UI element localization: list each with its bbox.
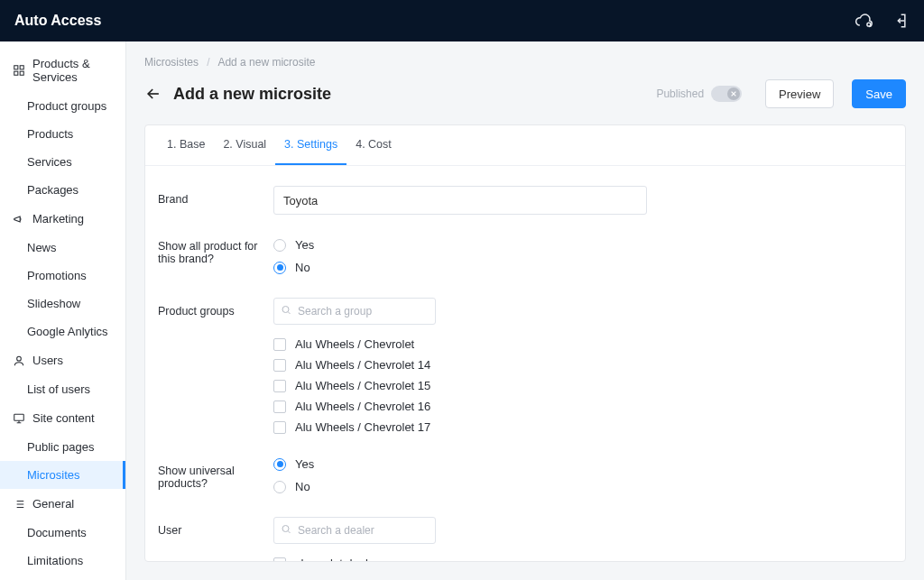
row-universal: Show universal products? YesNo (145, 457, 905, 493)
nav-item[interactable]: Slideshow (0, 290, 125, 318)
checkbox-option[interactable]: Alu Wheels / Chevrolet 16 (273, 400, 779, 413)
published-label: Published (656, 87, 704, 100)
svg-point-5 (17, 356, 22, 361)
nav-item[interactable]: Promotions (0, 262, 125, 290)
radio-label: No (295, 480, 310, 493)
checkbox-label: chevrolet dealer (295, 557, 379, 561)
tab[interactable]: 3. Settings (275, 125, 346, 165)
preview-button[interactable]: Preview (765, 79, 834, 108)
form-area: Brand Show all product for this brand? Y… (145, 166, 905, 561)
nav-item[interactable]: Google Anlytics (0, 318, 125, 345)
breadcrumb: Microsistes / Add a new microsite (126, 41, 924, 76)
svg-rect-4 (20, 71, 23, 75)
radio-option[interactable]: No (273, 261, 779, 274)
nav-group[interactable]: Products & Services (0, 49, 125, 92)
main-column: Microsistes / Add a new microsite Add a … (126, 41, 924, 580)
sidebar: Products & ServicesProduct groupsProduct… (0, 41, 126, 580)
checkbox-option[interactable]: Alu Wheels / Chevrolet 15 (273, 379, 779, 392)
nav-group[interactable]: Marketing (0, 204, 125, 234)
row-brand: Brand (145, 186, 905, 215)
brand-input[interactable] (273, 186, 647, 215)
checkbox-icon (273, 380, 286, 392)
breadcrumb-current: Add a new microsite (217, 56, 315, 69)
radio-icon (273, 262, 286, 274)
tab[interactable]: 4. Cost (346, 125, 401, 165)
app-title: Auto Access (14, 13, 101, 29)
svg-point-8 (282, 526, 289, 532)
back-arrow-icon[interactable] (144, 85, 162, 103)
breadcrumb-sep: / (207, 56, 209, 69)
radio-label: No (295, 261, 310, 274)
radio-option[interactable]: Yes (273, 238, 779, 252)
nav-item[interactable]: List of users (0, 375, 125, 403)
checkbox-label: Alu Wheels / Chevrolet 16 (295, 400, 430, 413)
group-search-input[interactable] (273, 298, 436, 325)
checkbox-label: Alu Wheels / Chevrolet 15 (295, 379, 430, 392)
nav-item[interactable]: News (0, 234, 125, 262)
publish-toggle-block: Published (656, 86, 742, 102)
search-icon (281, 524, 291, 538)
radio-option[interactable]: No (273, 480, 779, 493)
checkbox-option[interactable]: Alu Wheels / Chevrolet 17 (273, 420, 779, 434)
nav-group[interactable]: General (0, 489, 125, 519)
nav-item[interactable]: Product groups (0, 92, 125, 120)
svg-rect-6 (14, 414, 24, 420)
label-user: User (158, 517, 273, 537)
svg-point-0 (867, 23, 871, 26)
checkbox-icon (273, 400, 286, 413)
nav-item[interactable]: Documents (0, 519, 125, 547)
radio-label: Yes (295, 238, 314, 252)
nav-item[interactable]: Services (0, 148, 125, 176)
checkbox-option[interactable]: Alu Wheels / Chevrolet 14 (273, 358, 779, 372)
row-show-all: Show all product for this brand? YesNo (145, 238, 905, 274)
svg-rect-3 (14, 71, 18, 75)
checkbox-label: Alu Wheels / Chevrolet (295, 337, 414, 351)
tabs: 1. Base2. Visual3. Settings4. Cost (145, 125, 905, 166)
nav-item[interactable]: Colours (0, 575, 125, 580)
cloud-icon[interactable] (854, 11, 873, 31)
checkbox-icon (273, 421, 286, 434)
nav-item[interactable]: Packages (0, 176, 125, 204)
checkbox-option[interactable]: chevrolet dealer (273, 557, 779, 561)
breadcrumb-parent[interactable]: Microsistes (144, 56, 199, 69)
checkbox-icon (273, 557, 286, 562)
tab[interactable]: 1. Base (158, 125, 214, 165)
exit-icon[interactable] (890, 11, 910, 31)
radio-icon (273, 458, 286, 471)
svg-rect-1 (14, 66, 18, 69)
checkbox-label: Alu Wheels / Chevrolet 14 (295, 358, 430, 372)
title-bar: Add a new microsite Published Preview Sa… (126, 76, 924, 124)
svg-point-7 (282, 307, 289, 313)
nav-group[interactable]: Site content (0, 403, 125, 433)
radio-icon (273, 481, 286, 493)
page-title: Add a new microsite (173, 85, 331, 104)
top-bar: Auto Access (0, 0, 924, 41)
user-search-input[interactable] (273, 517, 436, 544)
search-icon (281, 305, 291, 318)
checkbox-option[interactable]: Alu Wheels / Chevrolet (273, 337, 779, 351)
radio-icon (273, 239, 286, 252)
tab[interactable]: 2. Visual (214, 125, 275, 165)
checkbox-icon (273, 338, 286, 351)
checkbox-icon (273, 359, 286, 372)
nav-item[interactable]: Microsites (0, 461, 125, 489)
nav-group[interactable]: Users (0, 345, 125, 375)
label-show-all: Show all product for this brand? (158, 238, 273, 265)
radio-label: Yes (295, 457, 314, 471)
label-brand: Brand (158, 186, 273, 206)
label-universal: Show universal products? (158, 457, 273, 490)
content-panel: 1. Base2. Visual3. Settings4. Cost Brand… (144, 124, 906, 562)
row-product-groups: Product groups Alu Wheels / ChevroletAlu… (145, 298, 905, 434)
published-toggle[interactable] (711, 86, 742, 102)
nav-item[interactable]: Products (0, 120, 125, 148)
row-user: User chevrolet dealerchevrolet importerc… (145, 517, 905, 561)
svg-rect-2 (20, 66, 23, 69)
radio-option[interactable]: Yes (273, 457, 779, 471)
nav-item[interactable]: Public pages (0, 433, 125, 461)
checkbox-label: Alu Wheels / Chevrolet 17 (295, 420, 430, 434)
label-product-groups: Product groups (158, 298, 273, 318)
nav-item[interactable]: Limitations (0, 547, 125, 575)
save-button[interactable]: Save (852, 79, 906, 108)
